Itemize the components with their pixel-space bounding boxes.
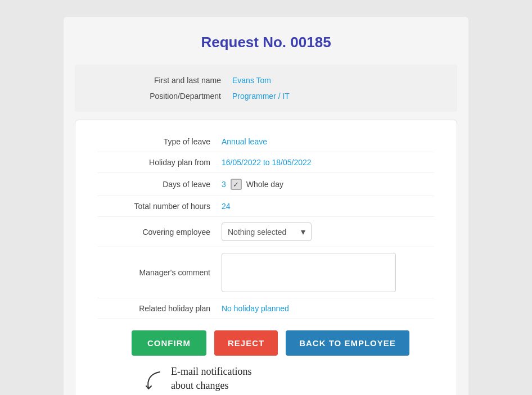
total-hours-label: Total number of hours [98, 202, 222, 211]
managers-comment-textarea[interactable] [222, 253, 396, 292]
reject-button[interactable]: REJECT [214, 330, 278, 356]
first-last-name-value: Evans Tom [232, 76, 271, 85]
related-holiday-row: Related holiday plan No holiday planned [98, 298, 434, 319]
position-dept-value: Programmer / IT [232, 92, 290, 101]
covering-employee-placeholder: Nothing selected [228, 228, 286, 237]
email-note-line1: E-mail notifications [171, 365, 251, 379]
position-dept-label: Position/Department [109, 92, 232, 101]
dropdown-arrow-icon: ▾ [301, 226, 305, 237]
covering-employee-dropdown[interactable]: Nothing selected ▾ [222, 223, 312, 241]
related-holiday-label: Related holiday plan [98, 304, 222, 313]
first-last-name-label: First and last name [109, 76, 232, 85]
managers-comment-label: Manager's comment [98, 268, 222, 277]
first-last-name-row: First and last name Evans Tom [109, 72, 423, 88]
top-info-section: First and last name Evans Tom Position/D… [75, 65, 457, 112]
back-to-employee-button[interactable]: BACK TO EMPLOYEE [286, 330, 409, 356]
managers-comment-row: Manager's comment [98, 247, 434, 298]
type-of-leave-row: Type of leave Annual leave [98, 131, 434, 152]
position-dept-row: Position/Department Programmer / IT [109, 88, 423, 104]
covering-employee-row: Covering employee Nothing selected ▾ [98, 217, 434, 247]
covering-employee-label: Covering employee [98, 228, 222, 237]
related-holiday-value: No holiday planned [222, 304, 289, 313]
type-of-leave-value: Annual leave [222, 137, 267, 146]
holiday-plan-value: 16/05/2022 to 18/05/2022 [222, 158, 312, 167]
days-of-leave-value: 3 Whole day [222, 179, 283, 190]
days-of-leave-row: Days of leave 3 Whole day [98, 173, 434, 196]
holiday-plan-label: Holiday plan from [98, 158, 222, 167]
total-hours-row: Total number of hours 24 [98, 196, 434, 217]
email-note-area: E-mail notifications about changes [98, 365, 434, 395]
page-title: Request No. 00185 [75, 34, 457, 51]
type-of-leave-label: Type of leave [98, 137, 222, 146]
inner-card: Type of leave Annual leave Holiday plan … [75, 120, 457, 395]
arrow-icon [143, 369, 165, 395]
whole-day-label: Whole day [246, 180, 283, 189]
whole-day-checkbox[interactable] [231, 179, 242, 190]
email-note-text: E-mail notifications about changes [171, 365, 251, 393]
buttons-row: CONFIRM REJECT BACK TO EMPLOYEE [98, 330, 434, 356]
confirm-button[interactable]: CONFIRM [132, 330, 206, 356]
email-note-line2: about changes [171, 379, 251, 393]
total-hours-value: 24 [222, 202, 231, 211]
days-of-leave-number: 3 [222, 180, 226, 189]
holiday-plan-row: Holiday plan from 16/05/2022 to 18/05/20… [98, 152, 434, 173]
days-of-leave-label: Days of leave [98, 180, 222, 189]
outer-card: Request No. 00185 First and last name Ev… [64, 17, 468, 395]
